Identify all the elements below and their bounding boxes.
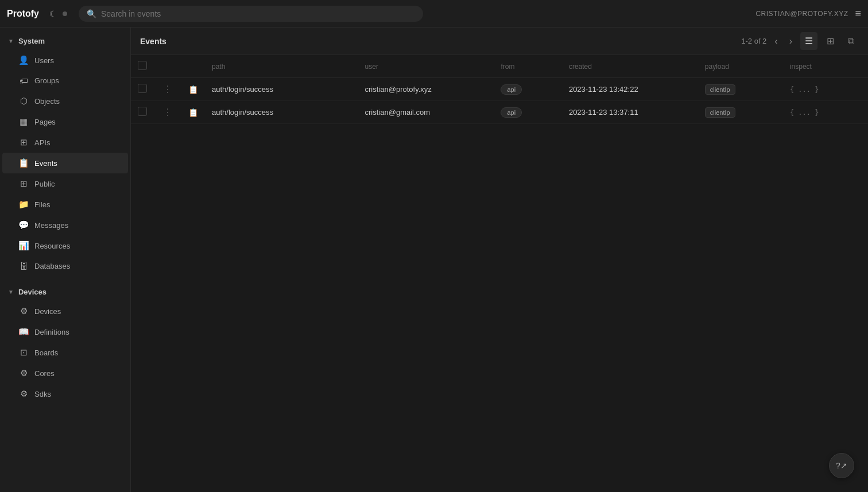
theme-toggle-button[interactable]: ☾ — [46, 7, 60, 21]
col-header-path: path — [205, 55, 358, 78]
sidebar-item-events[interactable]: 📋 Events — [2, 153, 128, 173]
row-icon-cell: 📋 — [181, 101, 205, 124]
messages-icon: 💬 — [18, 220, 29, 230]
sidebar-section-system[interactable]: ▼ System — [0, 32, 130, 50]
header: Protofy ☾ 🔍 CRISTIAN@PROTOFY.XYZ ≡ — [0, 0, 868, 28]
files-icon: 📁 — [18, 199, 29, 210]
sidebar-item-sdks[interactable]: ⚙ Sdks — [2, 383, 128, 404]
row-from-badge: api — [501, 84, 522, 95]
row-inspect-code: { ... } — [790, 86, 819, 94]
row-actions-cell[interactable]: ⋮ — [154, 78, 181, 101]
row-user: cristian@gmail.com — [358, 101, 494, 124]
search-icon: 🔍 — [87, 9, 96, 18]
app-logo: Protofy — [7, 9, 39, 19]
header-right: CRISTIAN@PROTOFY.XYZ ≡ — [755, 7, 861, 20]
sidebar-item-messages-label: Messages — [34, 221, 68, 230]
sidebar-item-files-label: Files — [34, 200, 50, 209]
sidebar-section-devices-label: Devices — [18, 288, 46, 296]
select-all-checkbox[interactable] — [138, 61, 147, 70]
col-header-payload: payload — [698, 55, 783, 78]
sidebar-item-databases[interactable]: 🗄 Databases — [2, 256, 128, 276]
sidebar-item-events-label: Events — [34, 159, 57, 168]
sidebar-item-public-label: Public — [34, 180, 55, 188]
row-created: 2023-11-23 13:37:11 — [562, 101, 698, 124]
sidebar-item-apis[interactable]: ⊞ APIs — [2, 132, 128, 153]
row-checkbox-cell[interactable] — [131, 78, 154, 101]
row-checkbox-cell[interactable] — [131, 101, 154, 124]
sidebar-item-messages[interactable]: 💬 Messages — [2, 215, 128, 235]
row-inspect-code: { ... } — [790, 109, 819, 117]
sidebar-item-objects[interactable]: ⬡ Objects — [2, 91, 128, 111]
row-created: 2023-11-23 13:42:22 — [562, 78, 698, 101]
row-actions-dots[interactable]: ⋮ — [161, 83, 175, 95]
resources-icon: 📊 — [18, 241, 29, 251]
col-header-actions — [154, 55, 181, 78]
view-layers-button[interactable]: ⧉ — [843, 33, 859, 50]
sidebar-item-objects-label: Objects — [34, 97, 60, 106]
sidebar-item-cores[interactable]: ⚙ Cores — [2, 363, 128, 383]
row-checkbox[interactable] — [138, 107, 147, 116]
users-icon: 👤 — [18, 55, 29, 65]
help-button[interactable]: ?↗ — [829, 453, 854, 478]
table-body: ⋮ 📋 auth/login/success cristian@protofy.… — [131, 78, 868, 124]
chevron-down-icon-devices: ▼ — [8, 289, 14, 295]
pages-icon: ▦ — [18, 117, 29, 127]
help-icon: ?↗ — [836, 461, 847, 470]
sidebar-item-cores-label: Cores — [34, 369, 55, 378]
cores-icon: ⚙ — [18, 368, 29, 378]
sidebar-item-boards[interactable]: ⊡ Boards — [2, 342, 128, 363]
pagination-next-button[interactable]: › — [786, 34, 796, 49]
user-email: CRISTIAN@PROTOFY.XYZ — [755, 10, 848, 18]
content-area: Events 1-2 of 2 ‹ › ☰ ⊞ ⧉ path — [131, 28, 868, 492]
row-from: api — [494, 101, 561, 124]
col-header-inspect: inspect — [783, 55, 868, 78]
row-inspect: { ... } — [783, 78, 868, 101]
row-from: api — [494, 78, 561, 101]
search-bar[interactable]: 🔍 — [79, 6, 423, 22]
sidebar-item-users-label: Users — [34, 56, 54, 65]
col-header-from: from — [494, 55, 561, 78]
view-grid-button[interactable]: ⊞ — [822, 32, 839, 50]
sidebar-item-users[interactable]: 👤 Users — [2, 50, 128, 71]
sidebar-item-public[interactable]: ⊞ Public — [2, 173, 128, 194]
definitions-icon: 📖 — [18, 327, 29, 337]
databases-icon: 🗄 — [18, 261, 29, 271]
sidebar-item-devices[interactable]: ⚙ Devices — [2, 301, 128, 321]
row-type-icon: 📋 — [188, 108, 198, 117]
sidebar-section-system-label: System — [18, 37, 45, 45]
table-row: ⋮ 📋 auth/login/success cristian@protofy.… — [131, 78, 868, 101]
devices-icon: ⚙ — [18, 306, 29, 316]
sidebar-item-definitions[interactable]: 📖 Definitions — [2, 321, 128, 342]
pagination-info: 1-2 of 2 — [741, 37, 766, 45]
row-user: cristian@protofy.xyz — [358, 78, 494, 101]
sidebar-item-sdks-label: Sdks — [34, 390, 51, 398]
table-header-row: path user from created payload inspect — [131, 55, 868, 78]
header-menu-button[interactable]: ≡ — [855, 7, 861, 20]
pagination-prev-button[interactable]: ‹ — [771, 34, 781, 49]
chevron-down-icon: ▼ — [8, 38, 14, 44]
sidebar-item-groups[interactable]: 🏷 Groups — [2, 71, 128, 91]
row-path: auth/login/success — [205, 78, 358, 101]
sidebar-item-resources-label: Resources — [34, 242, 70, 250]
status-dot — [63, 11, 67, 16]
row-checkbox[interactable] — [138, 84, 147, 93]
row-icon-cell: 📋 — [181, 78, 205, 101]
row-from-badge: api — [501, 107, 522, 118]
table-row: ⋮ 📋 auth/login/success cristian@gmail.co… — [131, 101, 868, 124]
sidebar-item-files[interactable]: 📁 Files — [2, 194, 128, 215]
sidebar: ▼ System 👤 Users 🏷 Groups ⬡ Objects ▦ Pa… — [0, 28, 131, 492]
row-inspect: { ... } — [783, 101, 868, 124]
view-list-button[interactable]: ☰ — [800, 32, 817, 50]
events-table: path user from created payload inspect ⋮… — [131, 55, 868, 124]
events-icon: 📋 — [18, 158, 29, 168]
col-header-check — [131, 55, 154, 78]
row-path: auth/login/success — [205, 101, 358, 124]
search-input[interactable] — [101, 9, 415, 18]
sidebar-item-pages[interactable]: ▦ Pages — [2, 111, 128, 132]
row-payload: clientIp — [698, 78, 783, 101]
sidebar-section-devices[interactable]: ▼ Devices — [0, 283, 130, 301]
row-payload-badge: clientIp — [705, 107, 735, 118]
sidebar-item-resources[interactable]: 📊 Resources — [2, 235, 128, 256]
row-actions-cell[interactable]: ⋮ — [154, 101, 181, 124]
row-actions-dots[interactable]: ⋮ — [161, 106, 175, 118]
